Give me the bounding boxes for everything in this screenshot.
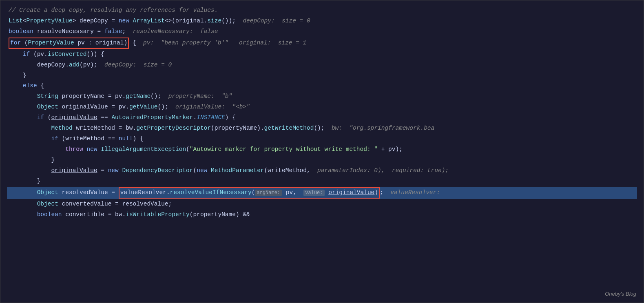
code-line-14: throw new IllegalArgumentException("Auto…	[7, 144, 637, 155]
code-content: // Create a deep copy, resolving any ref…	[0, 0, 644, 225]
code-line-1: // Create a deep copy, resolving any ref…	[7, 5, 637, 16]
code-line-13: if (writeMethod == null) {	[7, 134, 637, 144]
code-line-2: List<PropertyValue> deepCopy = new Array…	[7, 16, 637, 27]
resolve-value-box: valueResolver.resolveValueIfNecessary(ar…	[119, 187, 380, 199]
code-line-12: Method writeMethod = bw.getPropertyDescr…	[7, 123, 637, 134]
code-line-11: if (originalValue == AutowiredPropertyMa…	[7, 113, 637, 123]
code-line-6: deepCopy.add(pv); deepCopy: size = 0	[7, 60, 637, 71]
code-line-10: Object originalValue = pv.getValue(); or…	[7, 102, 637, 113]
code-line-9: String propertyName = pv.getName(); prop…	[7, 91, 637, 102]
value-tag: value:	[303, 190, 324, 196]
code-line-8: else {	[7, 81, 637, 91]
code-line-4: for (PropertyValue pv : original) { pv: …	[7, 37, 637, 49]
code-line-20: boolean convertible = bw.isWritablePrope…	[7, 210, 637, 220]
code-line-3: boolean resolveNecessary = false; resolv…	[7, 27, 637, 37]
code-line-15: }	[7, 155, 637, 166]
code-line-18: Object resolvedValue = valueResolver.res…	[7, 187, 637, 199]
code-line-16: originalValue = new DependencyDescriptor…	[7, 166, 637, 176]
code-editor: // Create a deep copy, resolving any ref…	[0, 0, 644, 303]
code-line-5: if (pv.isConverted()) {	[7, 49, 637, 60]
for-loop-box: for (PropertyValue pv : original)	[9, 38, 129, 49]
code-line-19: Object convertedValue = resolvedValue;	[7, 199, 637, 210]
argname-tag: argName:	[255, 190, 282, 196]
code-line-7: }	[7, 71, 637, 81]
code-line-17: }	[7, 176, 637, 187]
watermark: Oneby's Blog	[605, 290, 636, 299]
